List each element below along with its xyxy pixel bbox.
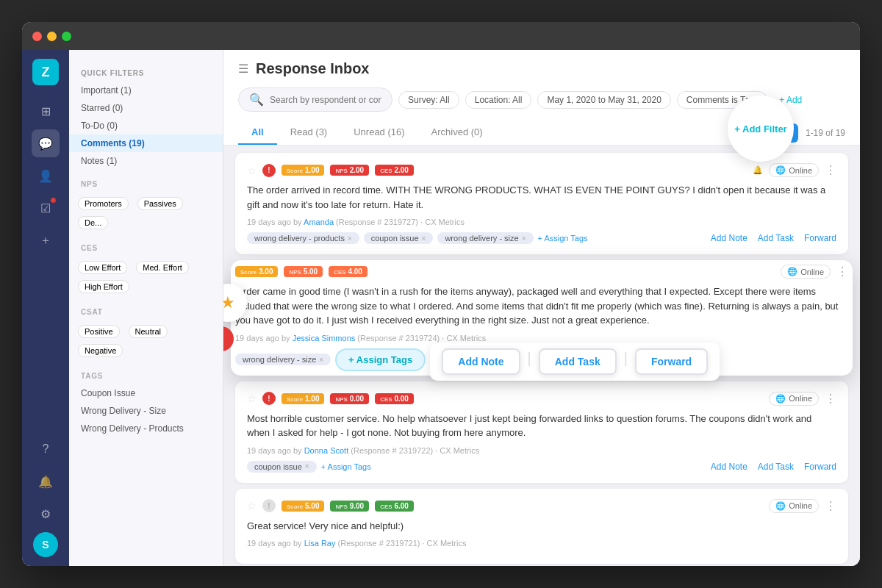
nps-promoters[interactable]: Promoters [78, 197, 129, 210]
alert-circle-2[interactable]: ! [223, 326, 234, 351]
tag-wrong-delivery-size-2: wrong delivery - size × [235, 354, 331, 365]
alert-dot-1: ! [262, 164, 276, 177]
nav-bell-icon[interactable]: 🔔 [32, 467, 60, 495]
forward-1[interactable]: Forward [804, 233, 836, 243]
card-4-author-link[interactable]: Lisa Ray [304, 539, 336, 548]
nps-badge-4: NPS 9.00 [330, 501, 369, 512]
more-button-1[interactable]: ⋮ [825, 163, 836, 177]
app-logo[interactable]: Z [32, 59, 59, 85]
search-input[interactable] [270, 95, 381, 105]
search-icon: 🔍 [249, 93, 264, 107]
nps-detractors[interactable]: De... [78, 216, 108, 229]
inbox-card-1: ☆ ! Score 1.00 NPS 2.00 CES 2.00 🔔 [235, 153, 848, 254]
tag-wrong-delivery-products[interactable]: Wrong Delivery - Products [69, 420, 223, 437]
nav-plus-icon[interactable]: ＋ [32, 226, 60, 254]
nps-badge-1: NPS 2.00 [330, 165, 369, 176]
minimize-button[interactable] [47, 32, 57, 41]
remove-tag-3a[interactable]: × [305, 462, 309, 470]
remove-tag-1c[interactable]: × [522, 234, 526, 243]
star-icon-3[interactable]: ☆ [247, 392, 257, 404]
forward-float-2[interactable]: Forward [635, 348, 708, 375]
more-button-3[interactable]: ⋮ [825, 392, 836, 406]
card-3-author-link[interactable]: Donna Scott [304, 446, 349, 455]
nps-passives[interactable]: Passives [137, 197, 183, 210]
card-3-text: Most horrible customer service. No help … [247, 412, 836, 440]
hamburger-icon[interactable]: ☰ [238, 62, 248, 76]
remove-tag-1b[interactable]: × [422, 234, 426, 243]
notif-count-1: 🔔 [753, 165, 763, 175]
star-icon-1[interactable]: ☆ [247, 165, 257, 176]
nav-grid-icon[interactable]: ⊞ [32, 97, 60, 125]
card-3-link-actions: Add Note Add Task Forward [711, 462, 836, 472]
main-content: ☰ Response Inbox 🔍 Survey: All Location:… [223, 50, 860, 566]
nav-avatar[interactable]: S [33, 532, 58, 557]
card-2-author-link[interactable]: Jessica Simmons [293, 334, 356, 343]
card-1-author-link[interactable]: Amanda [304, 218, 334, 226]
score-badge-1: Score 1.00 [282, 165, 324, 176]
csat-neutral[interactable]: Neutral [129, 325, 168, 338]
assign-tags-float-2[interactable]: + Assign Tags [335, 348, 426, 371]
tag-coupon-issue[interactable]: Coupon Issue [69, 384, 223, 402]
online-badge-3: 🌐 Online [769, 392, 819, 406]
assign-tags-3[interactable]: + Assign Tags [321, 462, 371, 471]
sidebar-item-comments[interactable]: Comments (19) [69, 135, 223, 152]
card-1-link-actions: Add Note Add Task Forward [711, 233, 836, 243]
score-badge-3: Score 1.00 [282, 393, 324, 404]
add-task-float-2[interactable]: Add Task [539, 348, 617, 375]
tab-read[interactable]: Read (3) [277, 121, 341, 145]
add-filter-label: + Add Filter [734, 123, 786, 135]
add-filter-circle[interactable]: + Add Filter [728, 96, 794, 162]
csat-title: CSAT [69, 298, 223, 320]
ces-high[interactable]: High Effort [78, 280, 129, 293]
tag-wrong-delivery-size[interactable]: Wrong Delivery - Size [69, 402, 223, 420]
more-button-4[interactable]: ⋮ [825, 499, 836, 513]
close-button[interactable] [32, 32, 42, 41]
add-note-1[interactable]: Add Note [711, 233, 747, 243]
star-icon-4[interactable]: ☆ [247, 500, 257, 512]
tab-unread[interactable]: Unread (16) [340, 121, 417, 145]
assign-tags-1[interactable]: + Assign Tags [538, 234, 588, 243]
sidebar-item-notes[interactable]: Notes (1) [69, 152, 223, 170]
online-badge-1: 🌐 Online [769, 163, 819, 177]
online-label-3: Online [789, 394, 812, 403]
add-note-float-2[interactable]: Add Note [442, 348, 520, 375]
tab-archived[interactable]: Archived (0) [418, 121, 496, 145]
card-1-actions: 🔔 🌐 Online ⋮ [753, 163, 836, 177]
ces-med[interactable]: Med. Effort [136, 261, 189, 274]
forward-3[interactable]: Forward [804, 462, 836, 472]
add-task-3[interactable]: Add Task [758, 462, 794, 472]
maximize-button[interactable] [62, 32, 71, 41]
nav-person-icon[interactable]: 👤 [32, 162, 60, 190]
location-filter[interactable]: Location: All [465, 91, 532, 109]
tag-wrong-delivery-size-1: wrong delivery - size × [437, 232, 533, 244]
card-4-actions: 🌐 Online ⋮ [769, 499, 836, 513]
sidebar-item-starred[interactable]: Starred (0) [69, 99, 223, 117]
remove-tag-2a[interactable]: × [319, 356, 323, 364]
online-label-1: Online [789, 166, 812, 175]
left-nav: Z ⊞ 💬 👤 ☑ ＋ ? 🔔 ⚙ S [22, 50, 69, 566]
tab-all[interactable]: All [238, 121, 277, 145]
survey-filter[interactable]: Survey: All [398, 91, 459, 109]
ces-badge-1: CES 2.00 [375, 165, 414, 176]
card-3-meta: 19 days ago by Donna Scott (Response # 2… [247, 446, 836, 455]
nav-gear-icon[interactable]: ⚙ [32, 500, 60, 528]
ces-low[interactable]: Low Effort [78, 261, 127, 274]
add-note-3[interactable]: Add Note [711, 462, 747, 472]
nav-task-icon[interactable]: ☑ [32, 194, 60, 222]
csat-positive[interactable]: Positive [78, 325, 120, 338]
star-circle-2[interactable]: ★ [223, 284, 247, 322]
csat-negative[interactable]: Negative [78, 344, 123, 357]
remove-tag-1a[interactable]: × [348, 234, 352, 243]
card-2-text: ...rder came in good time (I wasn't in a… [235, 284, 848, 328]
more-button-2[interactable]: ⋮ [836, 265, 848, 279]
nav-help-icon[interactable]: ? [32, 435, 60, 463]
search-bar[interactable]: 🔍 [238, 87, 392, 112]
card-2-tags-row: wrong delivery - size × + Assign Tags Ad… [235, 348, 848, 371]
add-task-1[interactable]: Add Task [758, 233, 794, 243]
sidebar-item-todo[interactable]: To-Do (0) [69, 117, 223, 135]
card-1-text: The order arrived in record time. WITH T… [247, 183, 836, 212]
sidebar-item-important[interactable]: Important (1) [69, 82, 223, 99]
inbox-card-2-expanded: ★ ! Score 3.00 NPS 5.00 CES 4.00 [231, 260, 853, 376]
nav-chat-icon[interactable]: 💬 [32, 129, 60, 157]
date-filter[interactable]: May 1, 2020 to May 31, 2020 [537, 91, 670, 109]
